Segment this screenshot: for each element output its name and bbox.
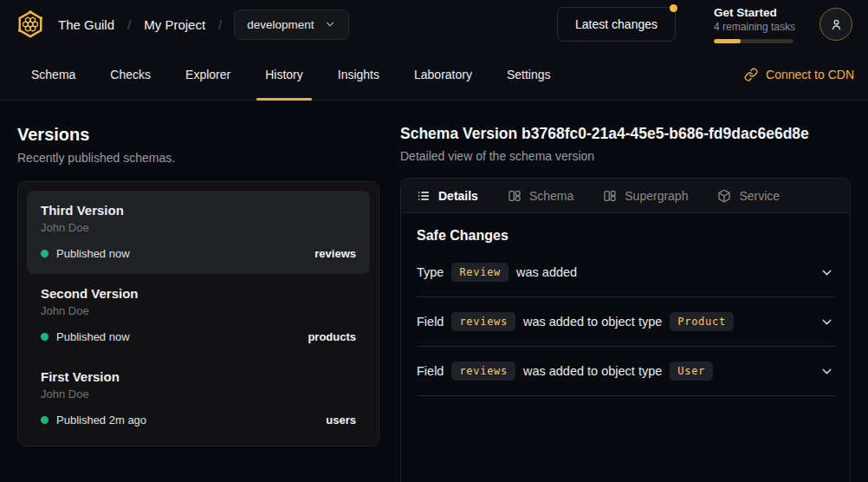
chevron-down-icon[interactable] — [819, 364, 834, 379]
columns-icon — [603, 189, 617, 203]
versions-title: Versions — [17, 125, 379, 145]
published-dot-icon — [41, 250, 49, 257]
published-dot-icon — [41, 416, 49, 424]
version-list-item[interactable]: First Version John Doe Published 2m ago … — [27, 357, 370, 440]
version-list-item[interactable]: Third Version John Doe Published now rev… — [27, 191, 370, 274]
version-author: John Doe — [41, 388, 356, 401]
schema-version-subtitle: Detailed view of the schema version — [400, 149, 851, 163]
breadcrumb: The Guild / My Project / — [58, 17, 222, 32]
version-status-text: Published 2m ago — [56, 414, 146, 427]
progress-fill — [714, 39, 741, 43]
link-icon — [744, 68, 758, 81]
change-code-1: Review — [451, 263, 508, 282]
schema-version-panel: Schema Version b3768fc0-21a4-45e5-b686-f… — [400, 125, 851, 482]
person-icon — [829, 17, 844, 32]
nav-tab-checks[interactable]: Checks — [93, 49, 168, 100]
schema-version-card: Details Schema Supergraph — [400, 178, 851, 482]
version-title: Second Version — [41, 286, 356, 301]
version-list-item[interactable]: Second Version John Doe Published now pr… — [27, 274, 370, 357]
change-description: Field reviews was added to object type P… — [417, 312, 734, 331]
nav-tab-label: Laboratory — [414, 68, 472, 81]
breadcrumb-project[interactable]: My Project — [144, 17, 205, 32]
versions-card: Third Version John Doe Published now rev… — [17, 181, 379, 446]
change-prefix: Type — [417, 265, 444, 279]
breadcrumb-separator: / — [127, 17, 131, 32]
detail-tab-service[interactable]: Service — [717, 189, 780, 203]
change-code-2: User — [670, 362, 713, 381]
version-author: John Doe — [41, 304, 356, 317]
detail-tabs: Details Schema Supergraph — [401, 179, 850, 213]
user-avatar[interactable] — [819, 8, 852, 41]
get-started-progress-track — [714, 39, 794, 43]
chevron-down-icon[interactable] — [819, 315, 834, 329]
get-started-subtitle: 4 remaining tasks — [714, 21, 794, 33]
nav-tab-label: Settings — [507, 68, 551, 81]
versions-panel: Versions Recently published schemas. Thi… — [17, 125, 379, 482]
version-author: John Doe — [41, 221, 356, 234]
detail-tab-details[interactable]: Details — [417, 189, 478, 203]
versions-list: Third Version John Doe Published now rev… — [27, 191, 370, 440]
latest-changes-label: Latest changes — [575, 17, 657, 31]
target-selector-dropdown[interactable]: development — [234, 10, 348, 40]
version-status: Published now — [41, 330, 130, 343]
change-middle: was added — [516, 265, 577, 279]
version-meta: Published now products — [41, 330, 356, 343]
schema-version-title: Schema Version b3768fc0-21a4-45e5-b686-f… — [400, 125, 851, 143]
change-middle: was added to object type — [523, 315, 662, 329]
version-title: First Version — [41, 369, 356, 384]
detail-tab-schema[interactable]: Schema — [508, 189, 573, 203]
version-status-text: Published now — [56, 247, 130, 260]
change-code-2: Product — [670, 312, 733, 331]
change-row[interactable]: Type Review was added — [417, 248, 834, 297]
nav-tab-label: Checks — [110, 68, 151, 81]
nav-tab-explorer[interactable]: Explorer — [168, 49, 248, 100]
nav-tab-history[interactable]: History — [248, 49, 321, 100]
guild-logo-icon[interactable] — [16, 10, 45, 39]
notification-dot — [670, 4, 677, 12]
list-icon — [417, 189, 431, 203]
latest-changes-button[interactable]: Latest changes — [557, 7, 676, 42]
version-meta: Published 2m ago users — [41, 414, 356, 427]
version-status: Published now — [41, 247, 130, 260]
cube-icon — [717, 189, 731, 203]
change-code-1: reviews — [451, 312, 515, 331]
version-service-name: reviews — [314, 247, 356, 260]
change-middle: was added to object type — [523, 364, 662, 378]
changes-list: Type Review was added Field reviews was … — [417, 248, 834, 396]
nav-tab-schema[interactable]: Schema — [14, 49, 93, 100]
change-code-1: reviews — [451, 362, 515, 381]
change-row[interactable]: Field reviews was added to object type U… — [417, 347, 834, 396]
version-status-text: Published now — [56, 330, 130, 343]
version-service-name: users — [326, 414, 356, 427]
published-dot-icon — [41, 333, 49, 341]
nav-tab-label: Insights — [338, 68, 379, 81]
detail-tab-supergraph[interactable]: Supergraph — [603, 189, 688, 203]
versions-subtitle: Recently published schemas. — [17, 151, 379, 165]
get-started-title: Get Started — [714, 6, 794, 19]
version-status: Published 2m ago — [41, 414, 146, 427]
detail-tab-label: Schema — [529, 189, 573, 203]
nav-tab-label: History — [265, 68, 303, 81]
columns-icon — [508, 189, 521, 203]
top-header: The Guild / My Project / development Lat… — [0, 0, 868, 49]
change-row[interactable]: Field reviews was added to object type P… — [417, 297, 834, 347]
version-service-name: products — [308, 330, 356, 343]
main-nav: Schema Checks Explorer History Insights … — [0, 49, 868, 101]
nav-tab-label: Explorer — [185, 68, 230, 81]
get-started-widget[interactable]: Get Started 4 remaining tasks — [714, 6, 794, 43]
change-prefix: Field — [417, 315, 444, 329]
nav-tab-settings[interactable]: Settings — [489, 49, 568, 100]
version-meta: Published now reviews — [41, 247, 356, 260]
connect-to-cdn-label: Connect to CDN — [766, 68, 854, 81]
change-description: Type Review was added — [417, 263, 577, 282]
nav-tab-label: Schema — [31, 68, 75, 81]
detail-tab-label: Details — [438, 189, 478, 203]
chevron-down-icon[interactable] — [819, 265, 834, 280]
connect-to-cdn-button[interactable]: Connect to CDN — [744, 68, 854, 81]
nav-tab-insights[interactable]: Insights — [321, 49, 397, 100]
detail-tab-label: Supergraph — [625, 189, 688, 203]
detail-tab-label: Service — [739, 189, 780, 203]
nav-tab-laboratory[interactable]: Laboratory — [397, 49, 489, 100]
target-selector-value: development — [247, 18, 314, 31]
breadcrumb-org[interactable]: The Guild — [58, 17, 114, 32]
